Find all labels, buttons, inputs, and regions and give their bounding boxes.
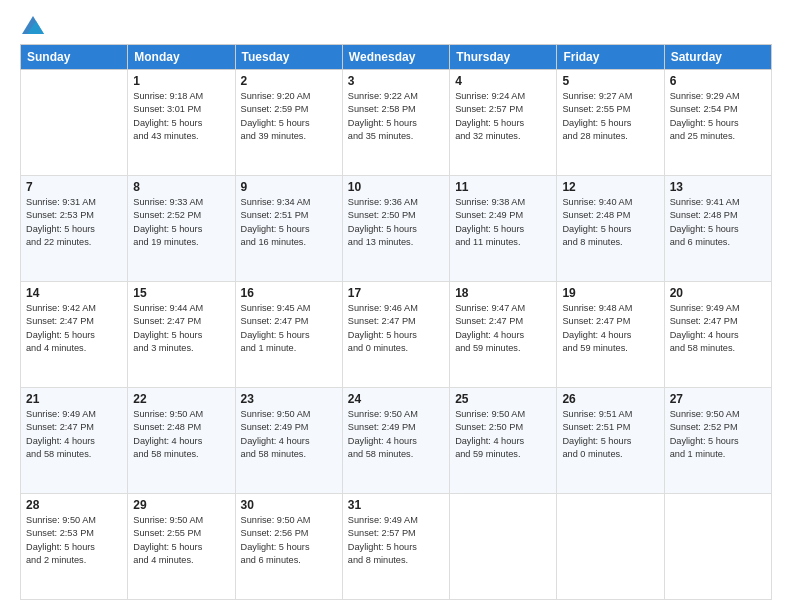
day-number: 14 <box>26 286 122 300</box>
day-info: Sunrise: 9:44 AM Sunset: 2:47 PM Dayligh… <box>133 302 229 355</box>
weekday-wednesday: Wednesday <box>342 45 449 70</box>
day-number: 24 <box>348 392 444 406</box>
day-number: 21 <box>26 392 122 406</box>
calendar-cell: 1Sunrise: 9:18 AM Sunset: 3:01 PM Daylig… <box>128 70 235 176</box>
day-number: 11 <box>455 180 551 194</box>
day-info: Sunrise: 9:50 AM Sunset: 2:48 PM Dayligh… <box>133 408 229 461</box>
weekday-monday: Monday <box>128 45 235 70</box>
day-number: 8 <box>133 180 229 194</box>
day-number: 25 <box>455 392 551 406</box>
day-number: 19 <box>562 286 658 300</box>
calendar-cell <box>557 494 664 600</box>
header <box>20 16 772 34</box>
week-row-1: 1Sunrise: 9:18 AM Sunset: 3:01 PM Daylig… <box>21 70 772 176</box>
calendar-cell: 8Sunrise: 9:33 AM Sunset: 2:52 PM Daylig… <box>128 176 235 282</box>
day-number: 9 <box>241 180 337 194</box>
day-info: Sunrise: 9:48 AM Sunset: 2:47 PM Dayligh… <box>562 302 658 355</box>
weekday-tuesday: Tuesday <box>235 45 342 70</box>
day-info: Sunrise: 9:49 AM Sunset: 2:57 PM Dayligh… <box>348 514 444 567</box>
calendar-cell: 14Sunrise: 9:42 AM Sunset: 2:47 PM Dayli… <box>21 282 128 388</box>
day-number: 15 <box>133 286 229 300</box>
calendar-cell: 28Sunrise: 9:50 AM Sunset: 2:53 PM Dayli… <box>21 494 128 600</box>
logo-icon <box>22 16 44 34</box>
calendar-cell: 4Sunrise: 9:24 AM Sunset: 2:57 PM Daylig… <box>450 70 557 176</box>
day-number: 6 <box>670 74 766 88</box>
day-info: Sunrise: 9:31 AM Sunset: 2:53 PM Dayligh… <box>26 196 122 249</box>
calendar-cell: 15Sunrise: 9:44 AM Sunset: 2:47 PM Dayli… <box>128 282 235 388</box>
calendar-cell <box>21 70 128 176</box>
day-number: 20 <box>670 286 766 300</box>
calendar-cell: 2Sunrise: 9:20 AM Sunset: 2:59 PM Daylig… <box>235 70 342 176</box>
day-number: 12 <box>562 180 658 194</box>
calendar-cell: 23Sunrise: 9:50 AM Sunset: 2:49 PM Dayli… <box>235 388 342 494</box>
calendar-cell: 10Sunrise: 9:36 AM Sunset: 2:50 PM Dayli… <box>342 176 449 282</box>
day-info: Sunrise: 9:40 AM Sunset: 2:48 PM Dayligh… <box>562 196 658 249</box>
weekday-friday: Friday <box>557 45 664 70</box>
day-info: Sunrise: 9:42 AM Sunset: 2:47 PM Dayligh… <box>26 302 122 355</box>
day-info: Sunrise: 9:50 AM Sunset: 2:56 PM Dayligh… <box>241 514 337 567</box>
calendar-cell: 18Sunrise: 9:47 AM Sunset: 2:47 PM Dayli… <box>450 282 557 388</box>
logo <box>20 16 44 34</box>
calendar-cell: 17Sunrise: 9:46 AM Sunset: 2:47 PM Dayli… <box>342 282 449 388</box>
calendar-cell <box>450 494 557 600</box>
day-number: 29 <box>133 498 229 512</box>
day-number: 26 <box>562 392 658 406</box>
calendar-cell <box>664 494 771 600</box>
calendar-cell: 12Sunrise: 9:40 AM Sunset: 2:48 PM Dayli… <box>557 176 664 282</box>
calendar-cell: 9Sunrise: 9:34 AM Sunset: 2:51 PM Daylig… <box>235 176 342 282</box>
day-info: Sunrise: 9:50 AM Sunset: 2:50 PM Dayligh… <box>455 408 551 461</box>
calendar-cell: 26Sunrise: 9:51 AM Sunset: 2:51 PM Dayli… <box>557 388 664 494</box>
day-info: Sunrise: 9:49 AM Sunset: 2:47 PM Dayligh… <box>26 408 122 461</box>
week-row-5: 28Sunrise: 9:50 AM Sunset: 2:53 PM Dayli… <box>21 494 772 600</box>
day-number: 30 <box>241 498 337 512</box>
calendar-cell: 11Sunrise: 9:38 AM Sunset: 2:49 PM Dayli… <box>450 176 557 282</box>
calendar-cell: 31Sunrise: 9:49 AM Sunset: 2:57 PM Dayli… <box>342 494 449 600</box>
page: SundayMondayTuesdayWednesdayThursdayFrid… <box>0 0 792 612</box>
day-info: Sunrise: 9:51 AM Sunset: 2:51 PM Dayligh… <box>562 408 658 461</box>
day-number: 5 <box>562 74 658 88</box>
day-number: 31 <box>348 498 444 512</box>
day-info: Sunrise: 9:50 AM Sunset: 2:55 PM Dayligh… <box>133 514 229 567</box>
calendar-cell: 20Sunrise: 9:49 AM Sunset: 2:47 PM Dayli… <box>664 282 771 388</box>
day-info: Sunrise: 9:46 AM Sunset: 2:47 PM Dayligh… <box>348 302 444 355</box>
day-info: Sunrise: 9:50 AM Sunset: 2:53 PM Dayligh… <box>26 514 122 567</box>
weekday-thursday: Thursday <box>450 45 557 70</box>
day-info: Sunrise: 9:50 AM Sunset: 2:49 PM Dayligh… <box>241 408 337 461</box>
calendar-cell: 22Sunrise: 9:50 AM Sunset: 2:48 PM Dayli… <box>128 388 235 494</box>
day-number: 23 <box>241 392 337 406</box>
day-info: Sunrise: 9:20 AM Sunset: 2:59 PM Dayligh… <box>241 90 337 143</box>
weekday-saturday: Saturday <box>664 45 771 70</box>
calendar-cell: 29Sunrise: 9:50 AM Sunset: 2:55 PM Dayli… <box>128 494 235 600</box>
day-number: 18 <box>455 286 551 300</box>
week-row-4: 21Sunrise: 9:49 AM Sunset: 2:47 PM Dayli… <box>21 388 772 494</box>
day-info: Sunrise: 9:34 AM Sunset: 2:51 PM Dayligh… <box>241 196 337 249</box>
calendar-cell: 5Sunrise: 9:27 AM Sunset: 2:55 PM Daylig… <box>557 70 664 176</box>
calendar-cell: 19Sunrise: 9:48 AM Sunset: 2:47 PM Dayli… <box>557 282 664 388</box>
weekday-sunday: Sunday <box>21 45 128 70</box>
day-info: Sunrise: 9:47 AM Sunset: 2:47 PM Dayligh… <box>455 302 551 355</box>
week-row-3: 14Sunrise: 9:42 AM Sunset: 2:47 PM Dayli… <box>21 282 772 388</box>
day-info: Sunrise: 9:27 AM Sunset: 2:55 PM Dayligh… <box>562 90 658 143</box>
calendar-cell: 16Sunrise: 9:45 AM Sunset: 2:47 PM Dayli… <box>235 282 342 388</box>
day-info: Sunrise: 9:45 AM Sunset: 2:47 PM Dayligh… <box>241 302 337 355</box>
weekday-header-row: SundayMondayTuesdayWednesdayThursdayFrid… <box>21 45 772 70</box>
day-info: Sunrise: 9:38 AM Sunset: 2:49 PM Dayligh… <box>455 196 551 249</box>
day-number: 4 <box>455 74 551 88</box>
calendar-cell: 7Sunrise: 9:31 AM Sunset: 2:53 PM Daylig… <box>21 176 128 282</box>
day-info: Sunrise: 9:24 AM Sunset: 2:57 PM Dayligh… <box>455 90 551 143</box>
day-info: Sunrise: 9:18 AM Sunset: 3:01 PM Dayligh… <box>133 90 229 143</box>
day-info: Sunrise: 9:50 AM Sunset: 2:49 PM Dayligh… <box>348 408 444 461</box>
day-info: Sunrise: 9:29 AM Sunset: 2:54 PM Dayligh… <box>670 90 766 143</box>
calendar-cell: 25Sunrise: 9:50 AM Sunset: 2:50 PM Dayli… <box>450 388 557 494</box>
week-row-2: 7Sunrise: 9:31 AM Sunset: 2:53 PM Daylig… <box>21 176 772 282</box>
day-info: Sunrise: 9:33 AM Sunset: 2:52 PM Dayligh… <box>133 196 229 249</box>
day-number: 1 <box>133 74 229 88</box>
day-info: Sunrise: 9:36 AM Sunset: 2:50 PM Dayligh… <box>348 196 444 249</box>
calendar-cell: 24Sunrise: 9:50 AM Sunset: 2:49 PM Dayli… <box>342 388 449 494</box>
day-number: 10 <box>348 180 444 194</box>
day-info: Sunrise: 9:50 AM Sunset: 2:52 PM Dayligh… <box>670 408 766 461</box>
calendar-cell: 13Sunrise: 9:41 AM Sunset: 2:48 PM Dayli… <box>664 176 771 282</box>
day-number: 13 <box>670 180 766 194</box>
day-info: Sunrise: 9:22 AM Sunset: 2:58 PM Dayligh… <box>348 90 444 143</box>
calendar-cell: 27Sunrise: 9:50 AM Sunset: 2:52 PM Dayli… <box>664 388 771 494</box>
